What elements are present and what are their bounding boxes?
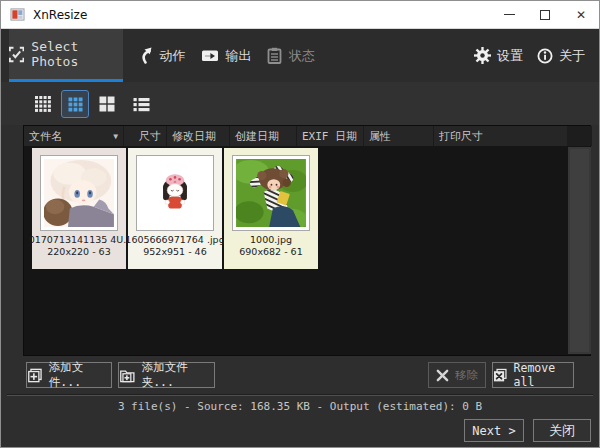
file-name: 0170713141135 4U.. (29, 234, 130, 246)
list-view-icon (133, 97, 150, 112)
tab-bar: Select Photos 动作 输出 状态 (1, 29, 599, 82)
file-list: 文件名 ▼ 尺寸 修改日期 创建日期 EXIF 日期 属性 打印尺寸 (23, 125, 591, 356)
column-label: EXIF 日期 (302, 129, 357, 144)
action-arrow-icon (137, 47, 153, 64)
small-grid-icon (35, 96, 51, 112)
medium-grid-icon (68, 97, 83, 112)
sort-desc-icon: ▼ (113, 132, 118, 141)
remove-label: 移除 (455, 368, 478, 383)
column-header-print-size[interactable]: 打印尺寸 (434, 126, 567, 146)
add-folder-button[interactable]: 添加文件夹... (118, 362, 215, 388)
view-large-tiles-button[interactable] (93, 90, 121, 118)
next-button[interactable]: Next > (464, 419, 524, 442)
tab-select-photos[interactable]: Select Photos (9, 29, 123, 82)
column-header-attributes[interactable]: 属性 (364, 126, 434, 146)
column-label: 文件名 (29, 129, 62, 144)
tab-output[interactable]: 输出 (195, 29, 257, 82)
column-label: 修改日期 (172, 129, 216, 144)
window-controls: ✕ (491, 1, 599, 28)
file-dimensions: 220x220 - 63 (47, 246, 110, 258)
column-label: 属性 (369, 129, 391, 144)
titlebar: XnResize ✕ (1, 1, 599, 29)
column-header-modified-date[interactable]: 修改日期 (167, 126, 230, 146)
tab-label: 状态 (289, 47, 315, 65)
file-dimensions: 690x682 - 61 (239, 246, 302, 258)
column-label: 打印尺寸 (439, 129, 483, 144)
remove-all-button[interactable]: Remove all (492, 362, 574, 388)
tab-action[interactable]: 动作 (131, 29, 191, 82)
tab-status[interactable]: 状态 (261, 29, 321, 82)
file-name: 1000.jpg (250, 234, 292, 246)
thumbnail-grid: 0170713141135 4U.. 220x220 - 63 (32, 148, 318, 269)
remove-x-icon (436, 369, 449, 382)
file-card[interactable]: 0170713141135 4U.. 220x220 - 63 (32, 148, 126, 269)
vertical-scrollbar[interactable] (568, 147, 591, 354)
column-header-created-date[interactable]: 创建日期 (230, 126, 297, 146)
add-folder-icon (119, 367, 136, 384)
about-button[interactable]: 关于 (537, 29, 585, 82)
thumbnail-image (44, 159, 114, 227)
column-label: 创建日期 (235, 129, 279, 144)
minimize-button[interactable] (491, 1, 527, 28)
xnresize-window: XnResize ✕ Select Photos 动作 (0, 0, 600, 448)
add-files-button[interactable]: 添加文件... (26, 362, 112, 388)
checkbox-select-icon (9, 46, 24, 63)
tab-label: 动作 (160, 47, 186, 65)
settings-label: 设置 (497, 47, 523, 65)
column-label: 尺寸 (139, 129, 161, 144)
column-header-exif-date[interactable]: EXIF 日期 (297, 126, 364, 146)
divider (7, 394, 593, 396)
tab-label: Select Photos (31, 39, 123, 69)
export-icon (201, 48, 219, 63)
column-header-filename[interactable]: 文件名 ▼ (24, 126, 124, 146)
thumbnail-frame (232, 155, 310, 231)
file-name: 1605666971764 .jpg (125, 234, 224, 246)
maximize-button[interactable] (527, 1, 563, 28)
close-button[interactable]: ✕ (563, 1, 599, 28)
file-card[interactable]: 1605666971764 .jpg 952x951 - 46 (128, 148, 222, 269)
column-header-size[interactable]: 尺寸 (124, 126, 167, 146)
thumbnail-frame (136, 155, 214, 231)
remove-button[interactable]: 移除 (428, 362, 486, 388)
window-title: XnResize (33, 8, 87, 22)
view-small-grid-button[interactable] (29, 90, 57, 118)
large-tiles-icon (99, 96, 115, 112)
add-files-label: 添加文件... (49, 360, 111, 390)
add-folder-label: 添加文件夹... (142, 360, 214, 390)
status-text: 3 file(s) - Source: 168.35 KB - Output (… (1, 400, 599, 413)
gear-icon (474, 47, 491, 64)
thumbnail-image (236, 159, 306, 227)
thumbnail-frame (40, 155, 118, 231)
clipboard-icon (267, 47, 282, 64)
about-label: 关于 (559, 47, 585, 65)
remove-all-icon (493, 367, 508, 384)
settings-button[interactable]: 设置 (474, 29, 523, 82)
add-file-icon (27, 367, 43, 384)
thumbnail-image (140, 159, 210, 227)
app-logo-icon (10, 7, 25, 22)
close-dialog-button[interactable]: 关闭 (533, 419, 591, 442)
file-dimensions: 952x951 - 46 (143, 246, 206, 258)
remove-all-label: Remove all (514, 361, 573, 389)
scrollbar-thumb[interactable] (570, 149, 589, 352)
view-medium-grid-button[interactable] (61, 90, 89, 118)
header-corner (567, 126, 592, 146)
view-toolbar (1, 82, 599, 125)
list-header: 文件名 ▼ 尺寸 修改日期 创建日期 EXIF 日期 属性 打印尺寸 (24, 126, 567, 146)
file-card[interactable]: 1000.jpg 690x682 - 61 (224, 148, 318, 269)
info-icon (537, 48, 553, 64)
tab-label: 输出 (226, 47, 252, 65)
view-list-button[interactable] (127, 90, 155, 118)
